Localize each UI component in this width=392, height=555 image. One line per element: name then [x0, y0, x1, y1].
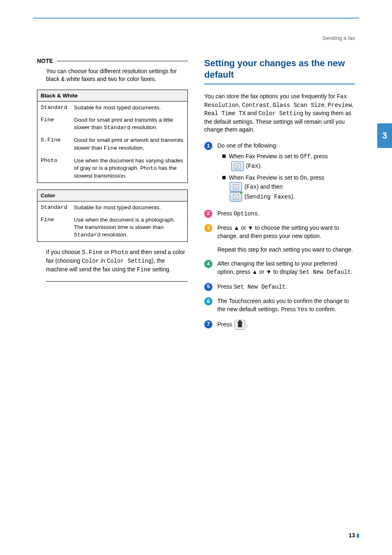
color-table: Color StandardSuitable for most typed do…: [37, 190, 188, 242]
table-row: FineGood for small print and transmits a…: [37, 114, 188, 134]
right-column: Setting your changes as the new default …: [204, 58, 355, 335]
table-row: PhotoUse when the document has varying s…: [37, 155, 188, 183]
step-3: 3 Press ▲ or ▼ to choose the setting you…: [204, 224, 355, 254]
bw-header: Black & White: [37, 90, 188, 101]
step-6: 6 The Touchscreen asks you to confirm th…: [204, 297, 355, 314]
sub-bullet: When Fax Preview is set to Off, press (F…: [222, 152, 355, 171]
table-row: FineUse when the document is a photograp…: [37, 214, 188, 242]
step-5: 5 Press Set New Default.: [204, 282, 355, 291]
step-7: 7 Press .: [204, 320, 355, 330]
section-title: Setting your changes as the new default: [204, 58, 355, 80]
step-badge-1: 1: [204, 142, 212, 150]
step-2: 2 Press Options.: [204, 209, 355, 218]
table-row: StandardSuitable for most typed document…: [37, 101, 188, 114]
fax-icon: [230, 182, 242, 192]
step-badge-2: 2: [204, 210, 212, 218]
title-underline: [204, 83, 355, 85]
table-row: StandardSuitable for most typed document…: [37, 201, 188, 214]
home-icon: [235, 320, 245, 330]
fax-icon: [231, 161, 244, 171]
note-heading: NOTE: [37, 58, 53, 64]
chapter-tab: 3: [377, 123, 392, 148]
sending-faxes-icon: [230, 192, 242, 202]
step-badge-4: 4: [204, 260, 212, 268]
footnote-rule: [46, 281, 188, 282]
breadcrumb: Sending a fax: [322, 35, 355, 41]
table-row: S.FineGood for small print or artwork an…: [37, 134, 188, 154]
square-bullet-icon: [222, 176, 226, 179]
square-bullet-icon: [222, 155, 226, 158]
step-badge-5: 5: [204, 283, 212, 291]
step-4: 4 After changing the last setting to you…: [204, 259, 355, 277]
step-badge-3: 3: [204, 224, 212, 232]
top-rule: [33, 18, 359, 18]
left-column: NOTE You can choose four different resol…: [37, 58, 188, 335]
footnote: If you choose S.Fine or Photo and then s…: [46, 248, 188, 274]
step-1: 1 Do one of the following: When Fax Prev…: [204, 141, 355, 204]
page-accent: [357, 534, 359, 538]
bw-table: Black & White StandardSuitable for most …: [37, 90, 188, 183]
intro-text: You can store the fax options you use fr…: [204, 92, 355, 134]
note-body: You can choose four different resolution…: [46, 67, 188, 83]
page-number: 13: [348, 532, 355, 539]
step-badge-6: 6: [204, 297, 212, 305]
color-header: Color: [37, 190, 188, 201]
note-rule: [57, 61, 188, 61]
step-badge-7: 7: [204, 320, 212, 328]
sub-bullet: When Fax Preview is set to On, press (Fa…: [222, 173, 355, 202]
